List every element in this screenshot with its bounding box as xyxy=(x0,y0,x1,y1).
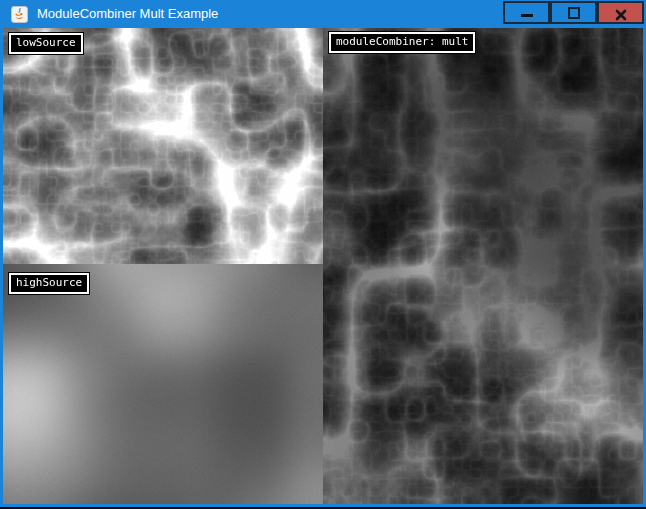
minimize-icon xyxy=(521,14,533,17)
low-source-label: lowSource xyxy=(9,33,83,54)
window-title: ModuleCombiner Mult Example xyxy=(37,0,218,28)
high-source-label: highSource xyxy=(9,273,89,294)
module-combiner-label: moduleCombiner: mult xyxy=(329,32,475,53)
close-button[interactable] xyxy=(597,1,644,24)
app-window: ModuleCombiner Mult Example lowSource hi… xyxy=(0,0,646,509)
render-area: lowSource highSource moduleCombiner: mul… xyxy=(3,28,643,504)
high-source-panel xyxy=(3,264,323,504)
low-source-panel xyxy=(3,28,323,264)
close-icon xyxy=(615,7,627,19)
maximize-icon xyxy=(568,7,580,19)
module-combiner-panel xyxy=(323,28,643,504)
window-controls xyxy=(503,1,644,24)
titlebar[interactable]: ModuleCombiner Mult Example xyxy=(0,0,646,28)
maximize-button[interactable] xyxy=(550,1,597,24)
java-app-icon xyxy=(11,6,28,23)
minimize-button[interactable] xyxy=(503,1,550,24)
